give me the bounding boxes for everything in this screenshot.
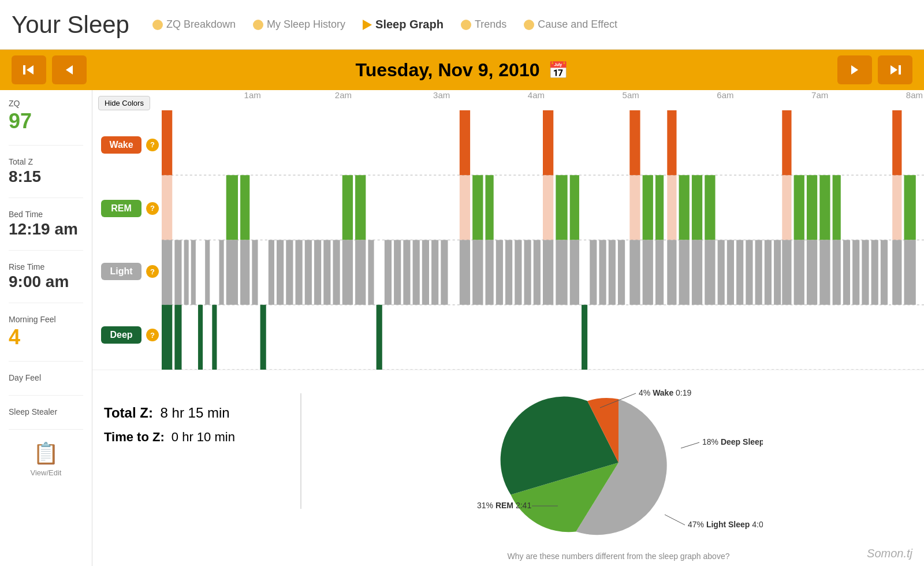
svg-rect-25 — [240, 240, 249, 305]
svg-rect-18 — [198, 305, 203, 370]
tab-trends[interactable]: Trends — [461, 18, 506, 31]
svg-rect-0 — [23, 65, 25, 75]
sleepstealer-stat: Sleep Stealer — [9, 407, 83, 430]
zq-label: ZQ — [9, 99, 83, 108]
next-button[interactable] — [837, 55, 872, 84]
time-5am: 5am — [623, 90, 639, 100]
deep-help[interactable]: ? — [146, 329, 159, 341]
wake-badge: Wake ? — [101, 136, 162, 154]
svg-rect-16 — [184, 240, 189, 305]
svg-rect-42 — [385, 240, 392, 305]
svg-rect-115 — [904, 175, 915, 240]
svg-rect-56 — [496, 240, 503, 305]
svg-rect-4 — [899, 65, 901, 75]
view-edit-button[interactable]: 📋 View/Edit — [9, 441, 83, 477]
date-display: Tuesday, Nov 9, 2010 📅 — [87, 59, 837, 81]
svg-rect-33 — [314, 240, 321, 305]
time-1am: 1am — [244, 90, 261, 100]
tab-history[interactable]: My Sleep History — [253, 18, 345, 31]
svg-rect-23 — [226, 240, 238, 305]
svg-rect-112 — [892, 110, 901, 175]
time-8am: 8am — [906, 90, 923, 100]
svg-rect-24 — [240, 175, 249, 240]
timetoz-display: Time to Z: 0 hr 10 min — [104, 430, 277, 445]
main-content: ZQ 97 Total Z 8:15 Bed Time 12:19 am Ris… — [0, 90, 924, 566]
deep-badge: Deep ? — [101, 326, 162, 344]
rem-help[interactable]: ? — [146, 202, 159, 215]
header: Your Sleep ZQ Breakdown My Sleep History… — [0, 0, 924, 50]
sidebar: ZQ 97 Total Z 8:15 Bed Time 12:19 am Ris… — [0, 90, 92, 566]
bedtime-value: 12:19 am — [9, 220, 83, 239]
tab-graph[interactable]: Sleep Graph — [363, 18, 444, 31]
svg-rect-47 — [431, 240, 438, 305]
bedtime-stat: Bed Time 12:19 am — [9, 210, 83, 251]
svg-rect-76 — [643, 175, 653, 240]
svg-rect-94 — [765, 240, 772, 305]
svg-rect-10 — [162, 110, 172, 175]
deep-button[interactable]: Deep — [101, 326, 141, 344]
svg-rect-46 — [422, 240, 429, 305]
svg-rect-39 — [355, 240, 366, 305]
svg-line-119 — [681, 442, 699, 448]
light-help[interactable]: ? — [146, 265, 159, 278]
svg-rect-27 — [260, 305, 266, 370]
svg-rect-68 — [582, 305, 587, 370]
tab-zq[interactable]: ZQ Breakdown — [152, 18, 236, 31]
rem-button[interactable]: REM — [101, 200, 141, 217]
chart-area — [162, 110, 924, 370]
hide-colors-container: Hide Colors — [98, 96, 150, 110]
svg-rect-12 — [162, 240, 172, 305]
hide-colors-button[interactable]: Hide Colors — [98, 96, 150, 110]
view-edit-label: View/Edit — [31, 468, 62, 477]
tab-cause[interactable]: Cause and Effect — [524, 18, 617, 31]
svg-rect-81 — [667, 175, 676, 240]
risetime-label: Rise Time — [9, 262, 83, 271]
time-2am: 2am — [335, 90, 352, 100]
first-button[interactable] — [12, 55, 46, 84]
svg-rect-71 — [609, 240, 616, 305]
calendar-icon[interactable]: 📅 — [548, 61, 568, 80]
svg-rect-84 — [679, 240, 690, 305]
svg-line-121 — [665, 515, 685, 525]
wake-help[interactable]: ? — [146, 139, 159, 151]
svg-rect-70 — [599, 240, 606, 305]
svg-rect-49 — [460, 110, 470, 175]
pie-note: Why are these numbers different from the… — [474, 552, 763, 561]
svg-rect-26 — [252, 240, 258, 305]
svg-rect-44 — [403, 240, 410, 305]
view-edit-icon: 📋 — [33, 441, 59, 466]
svg-rect-93 — [755, 240, 762, 305]
svg-rect-111 — [881, 240, 888, 305]
svg-rect-102 — [807, 240, 817, 305]
svg-text:4% Wake 0:19: 4% Wake 0:19 — [639, 388, 692, 397]
svg-rect-57 — [505, 240, 512, 305]
svg-rect-109 — [862, 240, 869, 305]
dayfeel-stat: Day Feel — [9, 373, 83, 396]
svg-rect-40 — [368, 240, 374, 305]
svg-rect-52 — [472, 175, 483, 240]
light-button[interactable]: Light — [101, 263, 141, 280]
svg-rect-60 — [534, 240, 541, 305]
dayfeel-label: Day Feel — [9, 373, 83, 382]
last-button[interactable] — [878, 55, 912, 84]
svg-rect-88 — [705, 240, 715, 305]
svg-rect-37 — [342, 240, 353, 305]
svg-rect-83 — [679, 175, 690, 240]
svg-rect-59 — [524, 240, 531, 305]
svg-rect-79 — [655, 240, 664, 305]
totalz-display: Total Z: 8 hr 15 min — [104, 405, 277, 421]
svg-rect-58 — [515, 240, 521, 305]
bedtime-label: Bed Time — [9, 210, 83, 219]
svg-rect-75 — [629, 240, 640, 305]
prev-button[interactable] — [52, 55, 87, 84]
svg-rect-41 — [377, 305, 382, 370]
zq-value: 97 — [9, 109, 83, 133]
svg-rect-110 — [871, 240, 878, 305]
svg-rect-114 — [892, 240, 901, 305]
svg-rect-20 — [212, 305, 217, 370]
svg-rect-34 — [323, 240, 330, 305]
wake-button[interactable]: Wake — [101, 136, 141, 154]
svg-rect-101 — [807, 175, 817, 240]
date-text: Tuesday, Nov 9, 2010 — [356, 59, 540, 81]
svg-rect-99 — [794, 175, 804, 240]
